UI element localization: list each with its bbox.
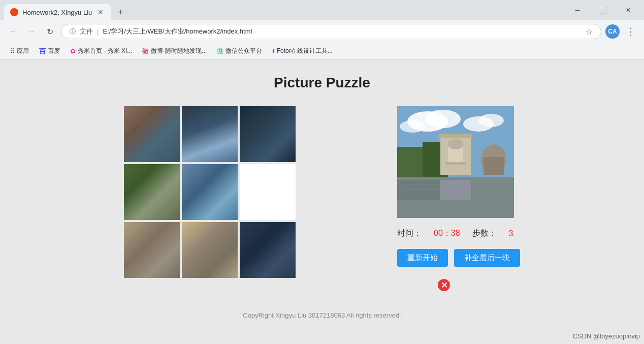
maximize-button[interactable]: ⬜ [591,2,615,18]
page-content: Picture Puzzle [0,59,644,339]
puzzle-piece-8 [240,222,296,278]
bookmark-apps[interactable]: ⠿ 应用 [6,46,33,56]
puzzle-cell-4[interactable] [182,164,238,220]
bookmark-baidu-label: 百度 [48,47,60,55]
bookmark-baidu[interactable]: 百 百度 [35,46,64,57]
puzzle-cell-3[interactable] [124,164,180,220]
csdn-watermark: CSDN @biyezuopinvip [573,332,640,340]
tab-favicon [10,8,18,16]
main-area: 时间： 00：38 步数： 3 重新开始 补全最后一块 ✕ [10,106,634,291]
forward-button[interactable]: → [24,24,39,39]
puzzle-cell-0[interactable] [124,106,180,162]
bookmark-weibo[interactable]: 微 微博-随时随地发现... [138,46,211,57]
svg-rect-15 [440,180,471,200]
svg-point-9 [448,139,463,149]
tab-bar-row: Homework2, Xingyu Liu ✕ + ─ ⬜ ✕ [0,0,644,20]
bookmark-weibo-label: 微博-随时随地发现... [151,47,207,55]
bookmark-xiumi[interactable]: ✿ 秀米首页 - 秀米 XI... [66,46,136,56]
puzzle-cell-7[interactable] [182,222,238,278]
minimize-button[interactable]: ─ [566,2,589,18]
time-label: 时间： [397,228,422,239]
puzzle-piece-1 [182,106,238,162]
weibo-icon: 微 [142,47,149,56]
tab-close-button[interactable]: ✕ [96,8,105,17]
tab-title: Homework2, Xingyu Liu [22,9,92,16]
preview-scene-svg [397,106,514,218]
fotor-icon: f [272,47,274,55]
right-panel: 时间： 00：38 步数： 3 重新开始 补全最后一块 ✕ [397,106,520,291]
active-tab[interactable]: Homework2, Xingyu Liu ✕ [4,4,111,20]
bookmark-xiumi-label: 秀米首页 - 秀米 XI... [78,47,132,55]
puzzle-cell-6[interactable] [124,222,180,278]
url-separator: | [97,28,99,36]
xiumi-icon: ✿ [70,47,76,55]
bookmark-star-icon[interactable]: ☆ [586,27,593,37]
lock-icon: ⓘ [70,27,76,36]
puzzle-piece-0 [124,106,180,162]
puzzle-piece-7 [182,222,238,278]
svg-rect-10 [445,162,466,165]
bookmarks-bar: ⠿ 应用 百 百度 ✿ 秀米首页 - 秀米 XI... 微 微博-随时随地发现.… [0,43,644,59]
preview-image [397,106,514,218]
browser-chrome: Homework2, Xingyu Liu ✕ + ─ ⬜ ✕ ← → ↻ ⓘ … [0,0,644,59]
steps-label: 步数： [472,228,497,239]
svg-point-5 [400,120,425,133]
puzzle-piece-2 [240,106,296,162]
svg-rect-13 [484,157,504,175]
bookmark-fotor[interactable]: f Fotor在线设计工具... [268,46,336,56]
svg-rect-11 [439,134,472,138]
url-bar[interactable]: ⓘ 文件 | E:/学习/大三上/WEB/大作业/homework2/index… [61,24,601,39]
url-path: E:/学习/大三上/WEB/大作业/homework2/index.html [103,27,252,36]
address-bar: ← → ↻ ⓘ 文件 | E:/学习/大三上/WEB/大作业/homework2… [0,20,644,43]
footer-text: CopyRight Xingyu Liu 3017218063 All righ… [243,311,401,319]
apps-icon: ⠿ [10,48,15,55]
close-button[interactable]: ✕ [617,2,640,18]
profile-avatar[interactable]: CA [605,24,620,39]
game-info: 时间： 00：38 步数： 3 [397,228,513,239]
url-file-label: 文件 [80,27,93,36]
error-icon: ✕ [438,279,450,291]
puzzle-piece-3 [124,164,180,220]
new-tab-button[interactable]: + [113,5,127,19]
tab-bar: Homework2, Xingyu Liu ✕ + [0,0,566,20]
baidu-icon: 百 [39,47,46,56]
game-buttons: 重新开始 补全最后一块 [397,249,520,267]
refresh-button[interactable]: ↻ [43,24,57,39]
puzzle-piece-4 [182,164,238,220]
preview-background [397,106,514,218]
puzzle-cell-2[interactable] [240,106,296,162]
puzzle-grid [124,106,296,278]
puzzle-cell-5-empty[interactable] [240,164,296,220]
restart-button[interactable]: 重新开始 [397,249,448,267]
page-footer: CopyRight Xingyu Liu 3017218063 All righ… [10,301,634,329]
bookmark-wechat-label: 微信公众平台 [226,47,262,55]
bookmark-apps-label: 应用 [17,47,29,55]
bookmark-fotor-label: Fotor在线设计工具... [277,47,333,55]
svg-point-4 [478,114,504,127]
bookmark-wechat[interactable]: 微 微信公众平台 [213,46,266,57]
puzzle-cell-1[interactable] [182,106,238,162]
svg-point-2 [425,110,461,128]
wechat-icon: 微 [217,47,223,56]
window-controls: ─ ⬜ ✕ [566,0,644,20]
fill-last-button[interactable]: 补全最后一块 [454,249,520,267]
back-button[interactable]: ← [6,24,20,39]
page-title: Picture Puzzle [10,75,634,91]
watermark-text: CSDN @biyezuopinvip [573,332,640,340]
puzzle-cell-8[interactable] [240,222,296,278]
time-value: 00：38 [434,228,460,239]
browser-menu-button[interactable]: ⋮ [624,24,638,39]
puzzle-piece-6 [124,222,180,278]
steps-value: 3 [509,229,513,238]
